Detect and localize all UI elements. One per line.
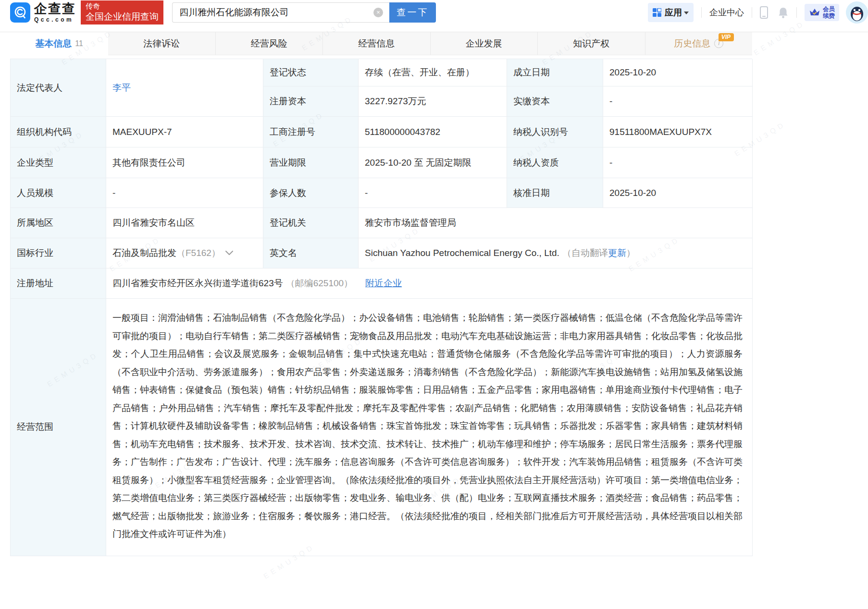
field-label-reg-status: 登记状态 (263, 59, 359, 86)
field-value-staff-size: - (106, 178, 263, 208)
field-value-company-type: 其他有限责任公司 (106, 147, 263, 178)
field-label-establish-date: 成立日期 (507, 59, 603, 86)
tab-history-info[interactable]: VIP 历史信息 i (645, 32, 753, 55)
tab-basic-info[interactable]: 基本信息 11 (10, 32, 108, 55)
header-right-nav: 应用 企业中心 (648, 0, 868, 25)
field-value-reg-capital: 3227.9273万元 (359, 86, 507, 117)
tab-legal-litigation[interactable]: 法律诉讼 (108, 32, 215, 55)
industry-code: （F5162） (176, 247, 221, 259)
tab-label: 经营信息 (358, 37, 395, 50)
field-label-english-name: 英文名 (263, 238, 359, 268)
tab-label: 法律诉讼 (143, 37, 180, 50)
field-label-address: 注册地址 (11, 268, 106, 299)
header-divider (796, 7, 797, 18)
translate-refresh-link[interactable]: 更新 (608, 247, 626, 259)
field-label-staff-size: 人员规模 (11, 178, 106, 208)
field-value-industry: 石油及制品批发 （F5162） (106, 238, 263, 268)
section-tabbar: 基本信息 11 法律诉讼 经营风险 经营信息 企业发展 知识产权 VIP 历史信… (0, 32, 868, 55)
apps-menu-button[interactable]: 应用 (648, 3, 694, 22)
field-value-establish-date: 2025-10-20 (603, 59, 753, 86)
section-tabs: 基本信息 11 法律诉讼 经营风险 经营信息 企业发展 知识产权 VIP 历史信… (10, 32, 752, 55)
industry-name: 石油及制品批发 (112, 247, 176, 259)
qcc-logo-icon (10, 2, 30, 23)
business-scope-text: 一般项目：润滑油销售；石油制品销售（不含危险化学品）；办公设备销售；电池销售；轮… (112, 309, 743, 543)
tab-operating-risk[interactable]: 经营风险 (215, 32, 323, 55)
field-label-reg-capital: 注册资本 (263, 86, 359, 117)
tab-operating-info[interactable]: 经营信息 (322, 32, 430, 55)
notification-bell-icon[interactable] (778, 7, 789, 19)
address-text: 四川省雅安市经开区永兴街道学道街623号 (112, 277, 283, 290)
badge-line2: 全国企业信用查询 (86, 11, 159, 23)
nearby-companies-link[interactable]: 附近企业 (365, 277, 402, 290)
vip-label-line1: 会员 (823, 6, 835, 12)
field-value-region: 四川省雅安市名山区 (106, 208, 263, 238)
header-divider (701, 7, 702, 18)
field-label-approval-date: 核准日期 (507, 178, 603, 208)
field-value-taxpayer-id: 91511800MAEXUUPX7X (603, 117, 753, 147)
address-postcode: （邮编625100） (286, 277, 353, 290)
tab-label: 基本信息 (35, 37, 72, 50)
field-label-biz-reg-no: 工商注册号 (263, 117, 359, 147)
tab-count-badge: 11 (75, 39, 83, 48)
qcc-logo[interactable]: 企查查 Qcc.com (10, 2, 76, 23)
vip-badge: VIP (719, 33, 734, 41)
auto-translate-note-close: ） (626, 247, 635, 259)
crown-icon (809, 7, 820, 18)
field-label-taxpayer-id: 纳税人识别号 (507, 117, 603, 147)
search-button[interactable]: 查一下 (389, 2, 436, 23)
english-name-text: Sichuan Yazhou Petrochemical Energy Co.,… (365, 247, 559, 259)
field-value-org-code: MAEXUUPX-7 (106, 117, 263, 147)
field-label-biz-term: 营业期限 (263, 147, 359, 178)
vip-renew-label: 会员 续费 (823, 6, 835, 20)
field-label-reg-authority: 登记机关 (263, 208, 359, 238)
search-bar: × 查一下 (172, 2, 436, 23)
qcc-brand: 企查查 Qcc.com (34, 2, 76, 23)
field-value-biz-term: 2025-10-20 至 无固定期限 (359, 147, 507, 178)
apps-grid-icon (653, 8, 661, 17)
field-value-biz-reg-no: 511800000043782 (359, 117, 507, 147)
tab-label: 企业发展 (466, 37, 502, 50)
vip-renew-button[interactable]: 会员 续费 (805, 4, 839, 22)
tab-label: 知识产权 (573, 37, 609, 50)
search-input[interactable] (172, 2, 389, 23)
header-divider (752, 7, 752, 18)
field-label-region: 所属地区 (11, 208, 106, 238)
credit-query-badge: 传奇 全国企业信用查询 (81, 0, 163, 24)
tab-label: 历史信息 (674, 37, 710, 50)
field-label-org-code: 组织机构代码 (11, 117, 106, 147)
tab-intellectual-property[interactable]: 知识产权 (537, 32, 645, 55)
chevron-down-icon (684, 12, 689, 14)
tab-label: 经营风险 (251, 37, 287, 50)
field-value-reg-authority: 雅安市市场监督管理局 (359, 208, 753, 238)
vip-label-line2: 续费 (823, 12, 835, 19)
mobile-app-icon[interactable] (760, 6, 768, 19)
brand-name-en: Qcc.com (34, 17, 76, 23)
badge-line1: 传奇 (86, 1, 159, 11)
field-value-english-name: Sichuan Yazhou Petrochemical Energy Co.,… (359, 238, 753, 268)
enterprise-center-link[interactable]: 企业中心 (709, 7, 744, 18)
field-value-business-scope: 一般项目：润滑油销售；石油制品销售（不含危险化学品）；办公设备销售；电池销售；轮… (106, 299, 753, 556)
field-label-insured-count: 参保人数 (263, 178, 359, 208)
legal-rep-link[interactable]: 李平 (112, 82, 131, 94)
industry-expand-chevron-icon[interactable] (225, 251, 233, 256)
company-info-table: 法定代表人 李平 登记状态 存续（在营、开业、在册） 成立日期 2025-10-… (10, 59, 752, 556)
field-value-approval-date: 2025-10-20 (603, 178, 753, 208)
field-label-paid-capital: 实缴资本 (507, 86, 603, 117)
field-value-address: 四川省雅安市经开区永兴街道学道街623号 （邮编625100） 附近企业 (106, 268, 753, 299)
field-label-taxpayer-qualification: 纳税人资质 (507, 147, 603, 178)
auto-translate-note: （自动翻译 (562, 247, 608, 259)
apps-menu-label: 应用 (665, 7, 682, 18)
top-header: 企查查 Qcc.com 传奇 全国企业信用查询 × 查一下 应用 企业中心 (0, 0, 868, 25)
field-value-legal-rep: 李平 (106, 59, 263, 117)
field-label-business-scope: 经营范围 (11, 299, 106, 556)
brand-name-cn: 企查查 (34, 2, 76, 15)
field-label-company-type: 企业类型 (11, 147, 106, 178)
tab-company-development[interactable]: 企业发展 (430, 32, 538, 55)
field-value-insured-count: - (359, 178, 507, 208)
field-value-taxpayer-qualification: - (603, 147, 753, 178)
user-avatar[interactable] (846, 1, 868, 24)
search-clear-icon[interactable]: × (373, 8, 383, 17)
field-label-industry: 国标行业 (11, 238, 106, 268)
field-value-paid-capital: - (603, 86, 753, 117)
field-value-reg-status: 存续（在营、开业、在册） (359, 59, 507, 86)
